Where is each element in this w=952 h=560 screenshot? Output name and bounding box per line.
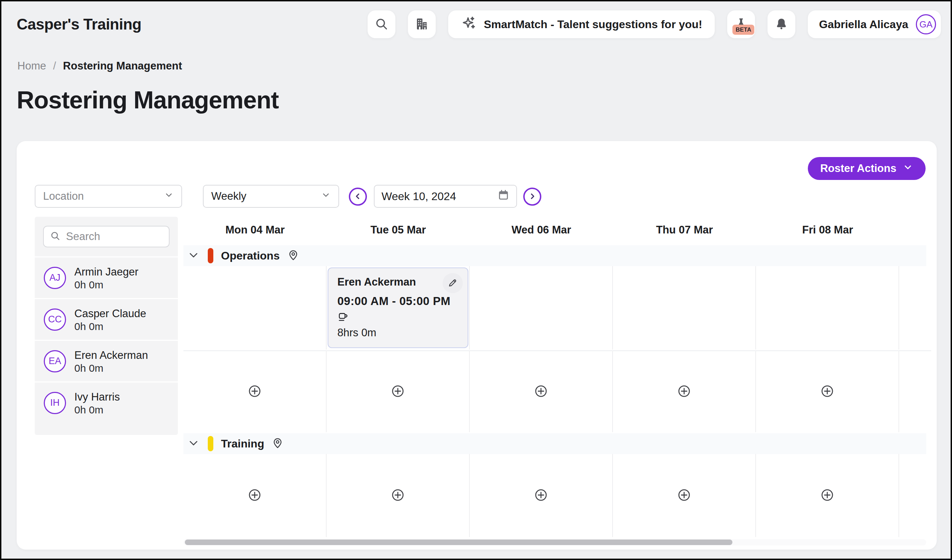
section-header-operations[interactable]: Operations	[184, 245, 926, 266]
chevron-down-icon	[164, 190, 174, 202]
day-header: Mon 04 Mar	[184, 224, 327, 240]
plus-circle-icon	[247, 384, 262, 400]
user-name: Gabriella Alicaya	[819, 18, 908, 31]
add-shift-cell[interactable]	[613, 351, 756, 432]
employee-list-item[interactable]: CC Casper Claude 0h 0m	[35, 298, 178, 340]
employee-search-input[interactable]	[66, 230, 162, 243]
breadcrumb-current: Rostering Management	[63, 60, 182, 72]
shift-time-range: 09:00 AM - 05:00 PM	[337, 295, 459, 308]
smartmatch-label: SmartMatch - Talent suggestions for you!	[484, 18, 702, 31]
employee-list-item[interactable]: IH Ivy Harris 0h 0m	[35, 381, 178, 423]
top-bar: Casper's Training SmartMatch - Talent su…	[17, 10, 941, 39]
employee-name: Armin Jaeger	[74, 265, 138, 279]
shift-duration: 8hrs 0m	[337, 327, 459, 339]
section-header-training[interactable]: Training	[184, 433, 926, 454]
labs-button[interactable]: BETA	[727, 11, 755, 38]
section-name: Operations	[221, 250, 280, 262]
organization-button[interactable]	[408, 11, 436, 38]
add-shift-cell[interactable]	[327, 454, 470, 537]
page-title: Rostering Management	[17, 86, 279, 114]
employee-hours: 0h 0m	[74, 279, 138, 291]
add-shift-row-operations	[184, 350, 931, 432]
employee-name: Ivy Harris	[74, 390, 120, 404]
plus-circle-icon	[247, 488, 262, 504]
add-shift-row-training	[184, 454, 931, 537]
employee-list-item[interactable]: EA Eren Ackerman 0h 0m	[35, 340, 178, 381]
notifications-button[interactable]	[768, 11, 795, 38]
shift-cell	[184, 266, 327, 349]
day-header: Thu 07 Mar	[613, 224, 756, 240]
horizontal-scrollbar-thumb[interactable]	[185, 540, 733, 545]
employee-avatar: EA	[44, 350, 66, 372]
employee-search[interactable]	[43, 226, 170, 247]
employee-avatar: IH	[44, 392, 66, 414]
section-color-pill	[208, 248, 213, 263]
smartmatch-button[interactable]: SmartMatch - Talent suggestions for you!	[448, 11, 715, 38]
add-shift-cell[interactable]	[470, 351, 613, 432]
shift-cell	[613, 266, 756, 349]
section-name: Training	[221, 437, 264, 450]
add-shift-cell[interactable]	[613, 454, 756, 537]
day-header: Tue 05 Mar	[327, 224, 470, 240]
breadcrumb-separator: /	[53, 60, 56, 72]
map-pin-icon	[272, 437, 283, 450]
roster-grid: Mon 04 Mar Tue 05 Mar Wed 06 Mar Thu 07 …	[184, 141, 931, 549]
horizontal-scrollbar	[184, 539, 926, 545]
top-bar-actions: SmartMatch - Talent suggestions for you!…	[368, 11, 941, 38]
employee-hours: 0h 0m	[74, 363, 148, 374]
shift-employee-name: Eren Ackerman	[337, 276, 459, 288]
section-color-pill	[208, 436, 213, 451]
employee-avatar: CC	[44, 309, 66, 331]
app-title: Casper's Training	[17, 15, 141, 33]
day-header: Fri 08 Mar	[756, 224, 899, 240]
edit-shift-button[interactable]	[443, 273, 463, 293]
employee-panel: AJ Armin Jaeger 0h 0m CC Casper Claude 0…	[35, 217, 178, 435]
employee-name: Casper Claude	[74, 306, 146, 321]
sparkles-icon	[461, 15, 477, 34]
buildings-icon	[414, 17, 429, 32]
plus-circle-icon	[677, 384, 691, 400]
roster-card: Roster Actions Location Weekly Week 10, …	[17, 141, 937, 549]
plus-circle-icon	[677, 488, 691, 504]
shift-cell: Eren Ackerman 09:00 AM - 05:00 PM 8hrs 0…	[327, 266, 470, 349]
employee-hours: 0h 0m	[74, 321, 146, 332]
plus-circle-icon	[391, 384, 405, 400]
add-shift-cell[interactable]	[184, 454, 327, 537]
plus-circle-icon	[820, 384, 835, 400]
plus-circle-icon	[534, 384, 548, 400]
shift-cell-partial	[899, 266, 931, 349]
shift-cell	[756, 266, 899, 349]
add-shift-cell[interactable]	[470, 454, 613, 537]
add-shift-cell[interactable]	[184, 351, 327, 432]
global-search-button[interactable]	[368, 11, 396, 38]
day-header-row: Mon 04 Mar Tue 05 Mar Wed 06 Mar Thu 07 …	[184, 224, 931, 240]
beta-badge: BETA	[733, 25, 754, 35]
collapse-chevron-icon[interactable]	[187, 436, 200, 451]
location-placeholder: Location	[43, 190, 84, 202]
user-avatar: GA	[916, 14, 936, 34]
shift-card[interactable]: Eren Ackerman 09:00 AM - 05:00 PM 8hrs 0…	[328, 267, 468, 348]
plus-circle-icon	[391, 488, 405, 504]
collapse-chevron-icon[interactable]	[187, 248, 200, 263]
shift-cell	[470, 266, 613, 349]
employee-list-item[interactable]: AJ Armin Jaeger 0h 0m	[35, 256, 178, 298]
day-header: Wed 06 Mar	[470, 224, 613, 240]
add-shift-cell[interactable]	[327, 351, 470, 432]
breadcrumb: Home / Rostering Management	[17, 60, 182, 72]
plus-circle-icon	[534, 488, 548, 504]
search-icon	[374, 17, 388, 32]
breadcrumb-home-link[interactable]: Home	[17, 60, 46, 72]
user-menu-button[interactable]: Gabriella Alicaya GA	[808, 11, 941, 38]
add-shift-cell[interactable]	[756, 454, 899, 537]
pencil-icon	[448, 278, 458, 289]
employee-name: Eren Ackerman	[74, 348, 148, 363]
add-shift-cell[interactable]	[756, 351, 899, 432]
add-shift-cell-partial	[899, 454, 931, 537]
location-select[interactable]: Location	[35, 185, 182, 208]
rostering-page: Casper's Training SmartMatch - Talent su…	[0, 0, 952, 560]
bell-icon	[774, 17, 788, 32]
coffee-break-icon	[337, 311, 459, 324]
search-icon	[50, 231, 60, 242]
add-shift-cell-partial	[899, 351, 931, 432]
employee-hours: 0h 0m	[74, 404, 120, 416]
